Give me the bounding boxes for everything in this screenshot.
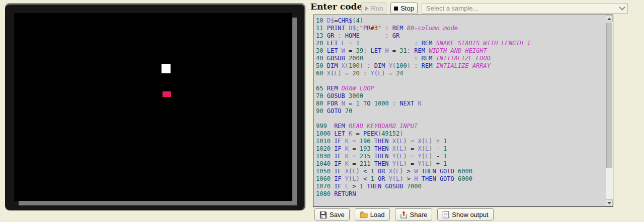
save-button-label: Save xyxy=(330,211,345,218)
code-line: 1040 IF K = 211 THEN Y(L) = Y(L) + 1 xyxy=(316,160,606,168)
code-line: 13 GR : HOME : GR xyxy=(316,32,606,40)
share-icon xyxy=(400,211,408,218)
chevron-down-icon xyxy=(619,4,625,11)
emulator-screen xyxy=(14,13,292,201)
code-line: 1070 IF L > 1 THEN GOSUB 7000 xyxy=(316,183,606,190)
scroll-down-button[interactable] xyxy=(606,199,613,206)
play-icon xyxy=(365,6,369,11)
document-icon xyxy=(442,211,449,218)
code-line: 1000 LET K = PEEK(49152) xyxy=(316,130,606,138)
scrollbar-thumb[interactable] xyxy=(606,23,612,168)
share-button-label: Share xyxy=(410,211,428,218)
run-button-label: Run xyxy=(371,5,383,12)
code-line: 30 LET W = 39: LET H = 31: REM WIDTH AND… xyxy=(316,47,606,55)
code-line: 70 GOSUB 3000 xyxy=(316,92,606,100)
food-block xyxy=(163,91,171,97)
emulator-monitor xyxy=(5,3,305,210)
editor-scrollbar[interactable] xyxy=(606,15,613,206)
code-line: 90 GOTO 70 xyxy=(316,107,606,115)
code-lines[interactable]: 10 D$=CHR$(4)11 PRINT D$;"PR#3" : REM 80… xyxy=(313,15,606,206)
code-line: 50 DIM X(100) : DIM Y(100) : REM INTIALI… xyxy=(316,62,606,70)
code-line xyxy=(316,115,606,123)
stop-button[interactable]: Stop xyxy=(390,3,418,14)
snake-block xyxy=(162,64,171,73)
code-line xyxy=(316,77,606,85)
folder-icon xyxy=(360,211,368,218)
show-output-button-label: Show output xyxy=(452,211,488,218)
code-line: 65 REM DRAW LOOP xyxy=(316,85,606,92)
load-button[interactable]: Load xyxy=(355,208,390,220)
stop-button-label: Stop xyxy=(400,5,414,12)
scroll-up-button[interactable] xyxy=(606,15,613,22)
code-line: 80 FOR N = 1 TO 1000 : NEXT N xyxy=(316,100,606,107)
action-bar: Save Load Share Show output xyxy=(314,208,494,220)
code-line: 40 GOSUB 2000 : REM INITIALIZE FOOD xyxy=(316,55,606,62)
arrow-up-icon xyxy=(607,18,611,20)
run-button[interactable]: Run xyxy=(361,3,386,14)
enter-code-label: Enter code: xyxy=(310,2,366,12)
share-button[interactable]: Share xyxy=(395,208,433,220)
arrow-down-icon xyxy=(607,202,611,204)
save-button[interactable]: Save xyxy=(314,208,350,220)
sample-select[interactable]: Select a sample... xyxy=(422,3,628,14)
code-line: 1020 IF K = 193 THEN X(L) = X(L) - 1 xyxy=(316,145,606,153)
code-line: 1010 IF K = 196 THEN X(L) = X(L) + 1 xyxy=(316,138,606,145)
sample-select-value: Select a sample... xyxy=(426,5,619,12)
show-output-button[interactable]: Show output xyxy=(437,208,493,220)
stop-icon xyxy=(394,7,398,11)
code-line: 11 PRINT D$;"PR#3" : REM 80-column mode xyxy=(316,25,606,32)
code-line: 60 X(L) = 20 : Y(L) = 24 xyxy=(316,70,606,77)
code-line: 1080 RETURN xyxy=(316,190,606,198)
load-button-label: Load xyxy=(370,211,385,218)
code-editor: 10 D$=CHR$(4)11 PRINT D$;"PR#3" : REM 80… xyxy=(313,15,613,207)
code-line: 1999 REM CREATE FOOD xyxy=(316,205,606,206)
code-line: 10 D$=CHR$(4) xyxy=(316,17,606,25)
code-line: 20 LET L = 1 : REM SNAKE STARTS WITH LEN… xyxy=(316,40,606,47)
code-line: 999 REM READ KEYBOARD INPUT xyxy=(316,123,606,130)
code-line xyxy=(316,198,606,205)
code-line: 1060 IF Y(L) < 1 OR Y(L) > H THEN GOTO 6… xyxy=(316,175,606,183)
code-line: 1030 IF K = 215 THEN Y(L) = Y(L) - 1 xyxy=(316,153,606,160)
floppy-icon xyxy=(319,211,327,218)
code-line: 1050 IF X(L) < 1 OR X(L) > W THEN GOTO 6… xyxy=(316,168,606,175)
